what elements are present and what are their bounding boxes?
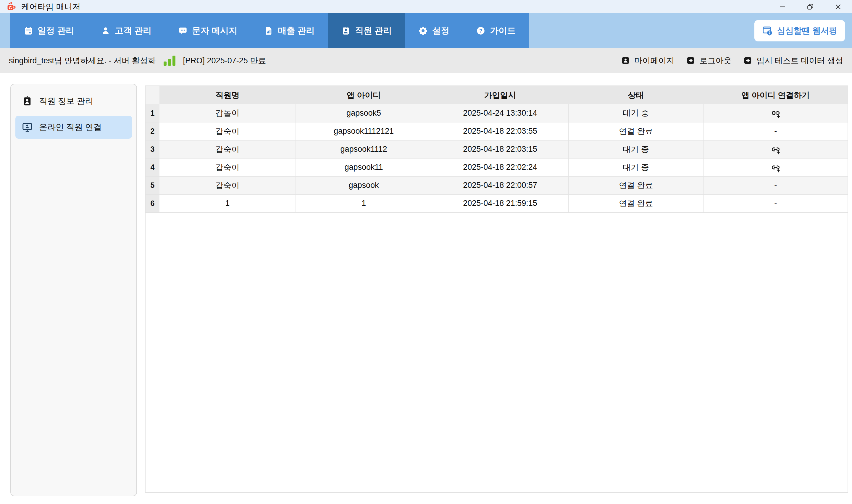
cell-joined-at: 2025-04-18 22:00:57 [432,176,568,194]
sidebar: 직원 정보 관리 온라인 직원 연결 [10,84,137,496]
cell-link-action: - [704,194,848,212]
cell-joined-at: 2025-04-18 21:59:15 [432,194,568,212]
header-link-app-id: 앱 아이디 연결하기 [704,86,848,104]
tab-employees[interactable]: 직원 관리 [328,13,405,48]
tab-messages[interactable]: 문자 메시지 [165,13,251,48]
mug-icon: C [6,2,17,12]
employee-table-panel: 직원명 앱 아이디 가입일시 상태 앱 아이디 연결하기 1 갑돌이 gapso… [145,86,848,493]
question-icon: ? [476,26,486,36]
license-text: [PRO] 2025-07-25 만료 [183,55,266,66]
cell-joined-at: 2025-04-24 13:30:14 [432,104,568,122]
cell-link-action [704,158,848,176]
sidebar-item-label: 직원 정보 관리 [39,95,93,107]
tab-schedule[interactable]: 일정 관리 [10,13,88,48]
webring-button-label: 심심할땐 웹서핑 [777,25,837,36]
mypage-label: 마이페이지 [634,55,674,66]
cell-status: 대기 중 [568,104,704,122]
row-number: 1 [146,104,160,122]
window-controls [768,0,852,13]
row-number: 3 [146,140,160,158]
generate-test-data-label: 임시 테스트 데이터 생성 [757,55,843,66]
tab-guide[interactable]: ? 가이드 [463,13,529,48]
tab-label: 일정 관리 [38,25,74,37]
webring-button[interactable]: 심심할땐 웹서핑 [755,20,845,41]
tab-label: 직원 관리 [355,25,392,37]
table-row: 5 갑숙이 gapsook 2025-04-18 22:00:57 연결 완료 … [146,176,848,194]
sidebar-item-online-employee-link[interactable]: 온라인 직원 연결 [15,116,132,139]
sales-doc-icon [264,26,273,36]
employee-table: 직원명 앱 아이디 가입일시 상태 앱 아이디 연결하기 1 갑돌이 gapso… [146,86,848,213]
restore-icon [806,2,815,11]
status-right: 마이페이지 로그아웃 임시 테스트 데이터 생성 [621,55,843,66]
calendar-icon [24,26,33,36]
logout-icon [743,56,752,65]
cell-app-id: gapsook1112121 [295,122,432,140]
signal-bars-icon [164,56,176,66]
cell-status: 대기 중 [568,140,704,158]
mypage-link[interactable]: 마이페이지 [621,55,674,66]
table-row: 1 갑돌이 gapsook5 2025-04-24 13:30:14 대기 중 [146,104,848,122]
svg-text:?: ? [479,28,483,34]
badge-icon [341,26,350,36]
table-row: 6 1 1 2025-04-18 21:59:15 연결 완료 - [146,194,848,212]
cell-employee-name: 갑돌이 [160,104,295,122]
cell-joined-at: 2025-04-18 22:03:15 [432,140,568,158]
cell-employee-name: 갑숙이 [160,140,295,158]
nav-tabs: 일정 관리 고객 관리 문자 메시지 [10,13,529,48]
row-number: 4 [146,158,160,176]
cell-employee-name: 갑숙이 [160,122,295,140]
svg-text:C: C [9,5,12,10]
window-title: 케어타임 매니저 [21,1,81,12]
monitor-person-icon [22,122,33,132]
cell-joined-at: 2025-04-18 22:02:24 [432,158,568,176]
generate-test-data-link[interactable]: 임시 테스트 데이터 생성 [743,55,843,66]
cell-app-id: gapsook11 [295,158,432,176]
id-badge-icon [22,96,33,107]
cell-status: 연결 완료 [568,194,704,212]
app-window: C 케어타임 매니저 [0,0,852,504]
row-number: 6 [146,194,160,212]
logout-link[interactable]: 로그아웃 [686,55,731,66]
cell-employee-name: 갑숙이 [160,158,295,176]
header-app-id: 앱 아이디 [295,86,432,104]
cell-app-id: gapsook5 [295,104,432,122]
cell-status: 연결 완료 [568,176,704,194]
title-bar: C 케어타임 매니저 [0,0,852,13]
tab-customers[interactable]: 고객 관리 [88,13,165,48]
cell-link-action [704,104,848,122]
cell-link-action: - [704,122,848,140]
tab-settings[interactable]: 설정 [405,13,463,48]
logout-label: 로그아웃 [699,55,731,66]
sidebar-item-employee-info[interactable]: 직원 정보 관리 [15,91,132,111]
row-number: 5 [146,176,160,194]
close-button[interactable] [824,0,852,13]
tab-label: 설정 [432,25,449,37]
link-plus-icon[interactable] [771,144,781,155]
sidebar-item-label: 온라인 직원 연결 [39,122,102,133]
cell-employee-name: 1 [160,194,295,212]
cell-joined-at: 2025-04-18 22:03:55 [432,122,568,140]
table-row: 2 갑숙이 gapsook1112121 2025-04-18 22:03:55… [146,122,848,140]
link-plus-icon[interactable] [771,162,781,173]
id-badge-icon [621,56,630,65]
tab-label: 가이드 [490,25,515,37]
greeting-text: singbird_test님 안녕하세요. - 서버 활성화 [9,55,156,66]
header-status: 상태 [568,86,704,104]
row-number: 2 [146,122,160,140]
logout-icon [686,56,695,65]
browser-globe-icon [762,25,773,36]
minimize-button[interactable] [768,0,796,13]
cell-app-id: 1 [295,194,432,212]
status-left: singbird_test님 안녕하세요. - 서버 활성화 [PRO] 202… [9,55,266,66]
nav-bar: 일정 관리 고객 관리 문자 메시지 [0,13,852,48]
status-bar: singbird_test님 안녕하세요. - 서버 활성화 [PRO] 202… [0,48,852,73]
tab-label: 고객 관리 [115,25,151,37]
close-icon [834,2,842,11]
cell-app-id: gapsook1112 [295,140,432,158]
restore-button[interactable] [796,0,824,13]
cell-link-action: - [704,176,848,194]
tab-label: 매출 관리 [278,25,314,37]
link-plus-icon[interactable] [771,108,781,118]
minimize-icon [778,2,787,11]
tab-sales[interactable]: 매출 관리 [251,13,328,48]
